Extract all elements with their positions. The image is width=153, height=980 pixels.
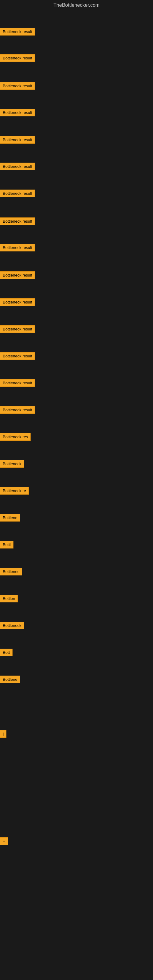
bottleneck-badge-21: Bottlenec <box>0 568 22 576</box>
bottleneck-item-16: Bottleneck res <box>0 433 30 441</box>
bottleneck-item-17: Bottleneck <box>0 460 24 468</box>
bottleneck-badge-16: Bottleneck res <box>0 433 30 441</box>
bottleneck-item-9: Bottleneck result <box>0 244 35 251</box>
bottleneck-badge-10: Bottleneck result <box>0 271 35 279</box>
bottleneck-item-21: Bottlenec <box>0 568 22 576</box>
bottleneck-badge-17: Bottleneck <box>0 460 24 468</box>
bottleneck-badge-6: Bottleneck result <box>0 162 35 170</box>
bottleneck-badge-18: Bottleneck re <box>0 487 29 495</box>
bottleneck-item-8: Bottleneck result <box>0 218 35 225</box>
bottleneck-badge-13: Bottleneck result <box>0 352 35 360</box>
bottleneck-item-10: Bottleneck result <box>0 271 35 279</box>
bottleneck-item-11: Bottleneck result <box>0 298 35 306</box>
bottleneck-item-13: Bottleneck result <box>0 352 35 360</box>
bottleneck-badge-25: Bottlene <box>0 676 20 683</box>
bottleneck-item-5: Bottleneck result <box>0 136 35 144</box>
bottleneck-item-12: Bottleneck result <box>0 325 35 333</box>
bottleneck-badge-14: Bottleneck result <box>0 379 35 387</box>
bottleneck-badge-7: Bottleneck result <box>0 189 35 197</box>
bottleneck-badge-3: Bottleneck result <box>0 82 35 90</box>
bottleneck-list: Bottleneck resultBottleneck resultBottle… <box>0 10 153 980</box>
bottleneck-item-14: Bottleneck result <box>0 379 35 387</box>
bottleneck-item-2: Bottleneck result <box>0 54 35 62</box>
bottleneck-item-25: Bottlene <box>0 676 20 683</box>
bottleneck-badge-22: Bottlen <box>0 595 18 602</box>
bottleneck-item-24: Bott <box>0 649 13 656</box>
bottleneck-badge-23: Bottleneck <box>0 622 24 629</box>
bottleneck-badge-26: | <box>0 730 6 738</box>
bottleneck-badge-1: Bottleneck result <box>0 28 35 35</box>
bottleneck-item-27: = <box>0 837 8 845</box>
bottleneck-badge-2: Bottleneck result <box>0 54 35 62</box>
bottleneck-item-26: | <box>0 730 6 738</box>
site-title: TheBottlenecker.com <box>0 0 153 10</box>
bottleneck-item-1: Bottleneck result <box>0 28 35 35</box>
bottleneck-item-23: Bottleneck <box>0 622 24 629</box>
bottleneck-badge-19: Bottlene <box>0 514 20 522</box>
bottleneck-badge-20: Bottl <box>0 541 13 549</box>
bottleneck-item-4: Bottleneck result <box>0 109 35 116</box>
bottleneck-item-19: Bottlene <box>0 514 20 522</box>
bottleneck-badge-4: Bottleneck result <box>0 109 35 116</box>
bottleneck-item-22: Bottlen <box>0 595 18 602</box>
bottleneck-badge-9: Bottleneck result <box>0 244 35 251</box>
bottleneck-item-7: Bottleneck result <box>0 189 35 197</box>
bottleneck-item-20: Bottl <box>0 541 13 549</box>
bottleneck-item-15: Bottleneck result <box>0 406 35 414</box>
bottleneck-badge-15: Bottleneck result <box>0 406 35 414</box>
bottleneck-item-18: Bottleneck re <box>0 487 29 495</box>
bottleneck-badge-27: = <box>0 837 8 845</box>
bottleneck-badge-12: Bottleneck result <box>0 325 35 333</box>
bottleneck-badge-24: Bott <box>0 649 13 656</box>
page-wrapper: TheBottlenecker.com Bottleneck resultBot… <box>0 0 153 980</box>
bottleneck-badge-8: Bottleneck result <box>0 218 35 225</box>
bottleneck-badge-11: Bottleneck result <box>0 298 35 306</box>
bottleneck-item-6: Bottleneck result <box>0 162 35 170</box>
bottleneck-badge-5: Bottleneck result <box>0 136 35 144</box>
bottleneck-item-3: Bottleneck result <box>0 82 35 90</box>
